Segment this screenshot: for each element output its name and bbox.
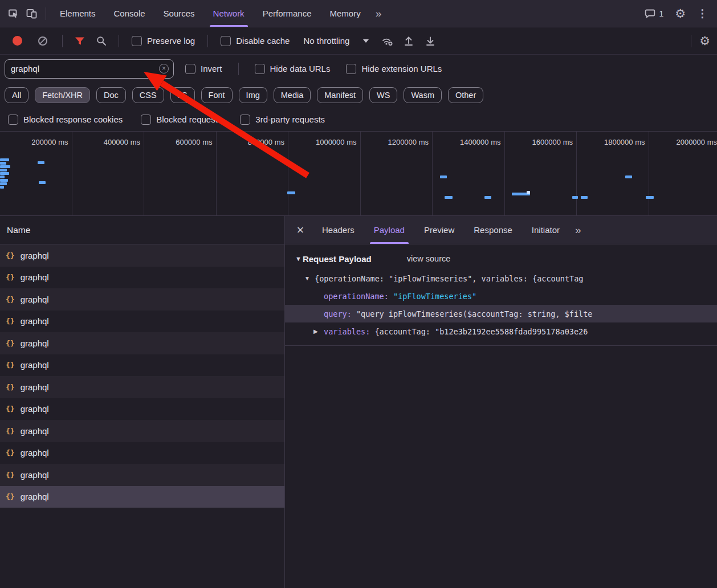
request-row[interactable]: {}graphql <box>0 486 284 508</box>
request-timing-bar[interactable] <box>0 179 8 182</box>
network-settings-gear-icon[interactable]: ⚙ <box>699 35 710 47</box>
timeline-segment: 1800000 ms <box>577 132 649 215</box>
payload-entry[interactable]: query: "query ipFlowTimeseries($accountT… <box>285 305 717 322</box>
clear-button[interactable] <box>38 36 47 46</box>
timeline-tick-label: 200000 ms <box>0 132 72 146</box>
request-timing-bar[interactable] <box>0 162 6 165</box>
disable-cache-toggle[interactable]: Disable cache <box>221 36 290 46</box>
request-row[interactable]: {}graphql <box>0 420 284 442</box>
import-har-icon[interactable] <box>400 32 418 50</box>
request-timing-bar[interactable] <box>0 186 4 189</box>
invert-toggle[interactable]: Invert <box>185 64 222 74</box>
payload-entry[interactable]: ▶variables: {accountTag: "b12e3b2192ee55… <box>285 322 717 340</box>
filter-chip-fetch-xhr[interactable]: Fetch/XHR <box>35 87 90 103</box>
detail-tab-payload[interactable]: Payload <box>364 216 414 244</box>
tab-memory[interactable]: Memory <box>321 0 370 27</box>
detail-tab-initiator[interactable]: Initiator <box>522 216 569 244</box>
tab-sources[interactable]: Sources <box>154 0 204 27</box>
request-timing-bar[interactable] <box>0 158 9 161</box>
device-toolbar-icon[interactable] <box>23 5 41 23</box>
timeline-segment: 2000000 ms <box>649 132 717 215</box>
timeline-segment: 1400000 ms <box>433 132 505 215</box>
inspect-element-icon[interactable] <box>5 5 23 23</box>
tab-console[interactable]: Console <box>105 0 154 27</box>
filter-toggle-blocked-requests[interactable]: Blocked requests <box>141 115 222 125</box>
filter-text-input[interactable] <box>11 64 159 74</box>
filter-chip-doc[interactable]: Doc <box>96 87 126 103</box>
request-timing-bar[interactable] <box>646 196 654 199</box>
checkbox-icon <box>221 36 231 46</box>
request-timing-bar[interactable] <box>0 169 7 172</box>
close-icon[interactable]: × <box>288 223 312 238</box>
request-timing-bar[interactable] <box>0 172 9 175</box>
request-row[interactable]: {}graphql <box>0 267 284 289</box>
console-messages-indicator[interactable]: 1 <box>645 9 663 19</box>
hide-data-urls-toggle[interactable]: Hide data URLs <box>255 64 331 74</box>
request-timing-bar[interactable] <box>527 191 530 194</box>
request-timing-bar[interactable] <box>581 196 588 199</box>
request-row[interactable]: {}graphql <box>0 311 284 333</box>
expand-arrow-icon[interactable]: ▶ <box>313 328 324 334</box>
filter-funnel-icon[interactable] <box>71 32 89 50</box>
filter-chip-other[interactable]: Other <box>448 87 483 103</box>
payload-entry[interactable]: operationName: "ipFlowTimeseries" <box>285 287 717 305</box>
request-timing-bar[interactable] <box>572 196 578 199</box>
filter-toggle-3rd-party-requests[interactable]: 3rd-party requests <box>240 115 325 125</box>
request-row[interactable]: {}graphql <box>0 464 284 486</box>
filter-chip-js[interactable]: JS <box>170 87 195 103</box>
request-timing-bar[interactable] <box>445 196 453 199</box>
request-timing-bar[interactable] <box>39 181 46 184</box>
filter-chip-media[interactable]: Media <box>274 87 311 103</box>
json-braces-icon: {} <box>6 492 15 501</box>
preserve-log-toggle[interactable]: Preserve log <box>132 36 195 46</box>
record-button[interactable] <box>13 36 22 46</box>
network-filter-input[interactable]: × <box>5 59 174 79</box>
request-name: graphql <box>21 448 49 458</box>
filter-chip-manifest[interactable]: Manifest <box>317 87 363 103</box>
payload-root-preview[interactable]: ▼ {operationName: "ipFlowTimeseries", va… <box>285 270 717 287</box>
filter-chip-font[interactable]: Font <box>201 87 233 103</box>
filter-chip-all[interactable]: All <box>5 87 28 103</box>
request-row[interactable]: {}graphql <box>0 354 284 377</box>
tab-network[interactable]: Network <box>204 0 254 27</box>
name-column-header[interactable]: Name <box>0 216 284 244</box>
request-timing-bar[interactable] <box>0 175 5 178</box>
request-row[interactable]: {}graphql <box>0 376 284 398</box>
tab-elements[interactable]: Elements <box>51 0 105 27</box>
filter-toggle-blocked-response-cookies[interactable]: Blocked response cookies <box>8 115 123 125</box>
detail-tab-headers[interactable]: Headers <box>312 216 364 244</box>
search-icon[interactable] <box>92 32 111 50</box>
request-row[interactable]: {}graphql <box>0 244 284 267</box>
filter-chip-wasm[interactable]: Wasm <box>404 87 442 103</box>
request-row[interactable]: {}graphql <box>0 398 284 420</box>
filter-chip-css[interactable]: CSS <box>132 87 164 103</box>
request-row[interactable]: {}graphql <box>0 332 284 354</box>
collapse-arrow-icon[interactable]: ▼ <box>295 255 302 262</box>
more-tabs-icon[interactable]: » <box>370 7 388 20</box>
collapse-arrow-icon[interactable]: ▼ <box>304 275 315 281</box>
view-source-link[interactable]: view source <box>407 254 451 263</box>
request-timing-bar[interactable] <box>484 196 491 199</box>
detail-tab-preview[interactable]: Preview <box>414 216 464 244</box>
settings-gear-icon[interactable]: ⚙ <box>675 7 686 19</box>
waterfall-overview[interactable]: 200000 ms400000 ms600000 ms800000 ms1000… <box>0 132 717 216</box>
detail-tab-response[interactable]: Response <box>464 216 522 244</box>
export-har-icon[interactable] <box>421 32 439 50</box>
kebab-menu-icon[interactable]: ⋮ <box>697 8 708 19</box>
request-timing-bar[interactable] <box>38 161 44 164</box>
network-conditions-icon[interactable] <box>378 32 396 50</box>
detail-more-tabs-icon[interactable]: » <box>569 224 587 236</box>
hide-extension-urls-toggle[interactable]: Hide extension URLs <box>346 64 442 74</box>
request-timing-bar[interactable] <box>440 175 447 178</box>
clear-filter-icon[interactable]: × <box>159 64 169 74</box>
filter-chip-img[interactable]: Img <box>239 87 267 103</box>
request-timing-bar[interactable] <box>287 191 295 194</box>
throttling-dropdown[interactable]: No throttling <box>303 36 369 46</box>
request-timing-bar[interactable] <box>0 165 10 168</box>
filter-chip-ws[interactable]: WS <box>369 87 397 103</box>
tab-performance[interactable]: Performance <box>254 0 321 27</box>
request-row[interactable]: {}graphql <box>0 288 284 311</box>
request-timing-bar[interactable] <box>0 182 7 185</box>
request-timing-bar[interactable] <box>625 175 632 178</box>
request-row[interactable]: {}graphql <box>0 442 284 464</box>
